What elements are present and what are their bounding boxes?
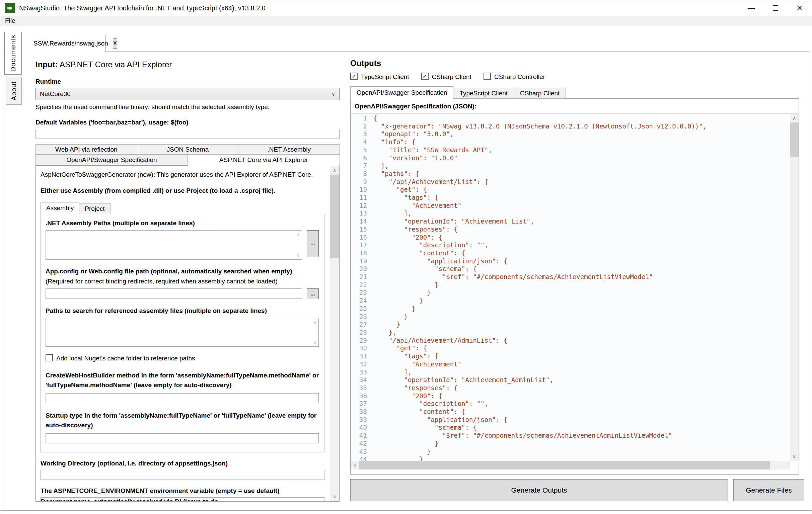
assembly-groupbox: .NET Assembly Paths (multiple on separat… bbox=[40, 214, 324, 452]
code-lines: { "x-generator": "NSwag v13.8.2.0 (NJson… bbox=[370, 114, 799, 461]
nuget-cache-checkbox[interactable]: ✓ Add local Nuget's cache folder to refe… bbox=[46, 354, 319, 362]
csharp-client-checkbox[interactable]: ✓ CSharp Client bbox=[421, 72, 471, 81]
assembly-paths-label: .NET Assembly Paths (multiple on separat… bbox=[46, 219, 319, 227]
title-bar: NSwagStudio: The Swagger API toolchain f… bbox=[0, 0, 812, 16]
scroll-up-icon[interactable]: ∧ bbox=[330, 166, 339, 175]
app-icon bbox=[5, 3, 15, 13]
tab-output-openapi-spec[interactable]: OpenAPI/Swagger Specification bbox=[350, 86, 454, 99]
output-tabs: OpenAPI/Swagger Specification TypeScript… bbox=[350, 86, 804, 99]
code-vertical-scrollbar[interactable]: ∧ ∨ bbox=[790, 114, 799, 461]
sidebar-tab-about[interactable]: About bbox=[6, 77, 22, 105]
tab-json-schema[interactable]: JSON Schema bbox=[137, 144, 239, 155]
outputs-section: Outputs ✓ TypeScript Client ✓ CSharp Cli… bbox=[350, 52, 804, 514]
sidebar-tab-documents[interactable]: Documents bbox=[4, 32, 22, 74]
scroll-down-icon[interactable]: ∨ bbox=[330, 492, 339, 501]
tab-net-assembly[interactable]: .NET Assembly bbox=[238, 144, 340, 155]
scroll-down-icon[interactable]: ∨ bbox=[790, 452, 799, 461]
scroll-right-icon[interactable]: › bbox=[351, 461, 359, 470]
tab-project[interactable]: Project bbox=[79, 203, 110, 214]
close-document-button[interactable]: X bbox=[113, 38, 117, 49]
chevron-down-icon: ∨ bbox=[331, 91, 335, 97]
scroll-down-icon[interactable]: ∨ bbox=[313, 340, 317, 345]
runtime-help-text: Specifies the used command line binary; … bbox=[35, 103, 340, 111]
reference-paths-textarea[interactable]: ∧ ∨ bbox=[46, 318, 319, 347]
appconfig-path-input[interactable] bbox=[46, 289, 302, 299]
maximize-icon[interactable] bbox=[763, 0, 788, 16]
checkbox-icon: ✓ bbox=[421, 72, 429, 80]
aspnetcore-environment-label: The ASPNETCORE_ENVIRONMENT environment v… bbox=[40, 487, 324, 494]
spec-json-label: OpenAPI/Swagger Specification (JSON): bbox=[351, 99, 799, 114]
scroll-down-icon[interactable]: ∨ bbox=[297, 253, 300, 258]
generator-description: AspNetCoreToSwaggerGenerator (new): This… bbox=[40, 171, 324, 178]
appconfig-label: App.config or Web.config file path (opti… bbox=[46, 268, 319, 275]
tab-output-csharp-client[interactable]: CSharp Client bbox=[514, 88, 566, 99]
generate-buttons-row: Generate Outputs Generate Files bbox=[350, 479, 804, 501]
scrollbar-thumb[interactable] bbox=[330, 175, 339, 258]
tab-aspnetcore-explorer[interactable]: ASP.NET Core via API Explorer bbox=[187, 154, 340, 165]
scrollbar-thumb[interactable] bbox=[790, 122, 799, 157]
createwebhostbuilder-input[interactable] bbox=[46, 393, 319, 403]
assembly-paths-textarea[interactable]: ∧ ∨ bbox=[46, 230, 302, 260]
content-area: Documents About SSW.Rewards/nswag.json X… bbox=[0, 26, 812, 514]
input-type-tabs: Web API via reflection JSON Schema .NET … bbox=[35, 144, 340, 165]
checkbox-icon: ✓ bbox=[350, 72, 358, 80]
scrollbar-thumb[interactable] bbox=[359, 461, 770, 470]
spec-output-panel: OpenAPI/Swagger Specification (JSON): 12… bbox=[350, 98, 799, 475]
default-variables-input[interactable] bbox=[35, 129, 340, 139]
tab-openapi-spec[interactable]: OpenAPI/Swagger Specification bbox=[35, 154, 188, 165]
checkbox-icon: ✓ bbox=[46, 354, 53, 361]
reference-paths-label: Paths to search for referenced assembly … bbox=[46, 307, 319, 314]
assembly-or-project-label: Either use Assembly (from compiled .dll)… bbox=[40, 186, 322, 195]
menu-bar: File bbox=[0, 16, 812, 26]
startup-type-input[interactable] bbox=[46, 433, 319, 444]
startup-type-label: Startup type in the form 'assemblyName:f… bbox=[46, 411, 319, 430]
scroll-up-icon[interactable]: ∧ bbox=[313, 320, 317, 325]
close-icon[interactable]: × bbox=[788, 0, 812, 16]
document-tab-label: SSW.Rewards/nswag.json bbox=[33, 40, 108, 47]
assembly-paths-browse-button[interactable]: ... bbox=[307, 230, 319, 257]
appconfig-browse-button[interactable]: ... bbox=[307, 289, 319, 299]
menu-file[interactable]: File bbox=[5, 17, 16, 24]
output-type-checkboxes: ✓ TypeScript Client ✓ CSharp Client ✓ CS… bbox=[350, 72, 804, 81]
document-tab[interactable]: SSW.Rewards/nswag.json X bbox=[28, 35, 106, 52]
generate-files-button[interactable]: Generate Files bbox=[733, 479, 804, 501]
clipped-document-label: Document name, automatically resolved vi… bbox=[41, 498, 218, 502]
code-editor[interactable]: 1234567891011121314151617181920212223242… bbox=[351, 114, 799, 461]
createwebhostbuilder-label: CreateWebHostBuilder method in the form … bbox=[46, 370, 319, 390]
window-controls: — × bbox=[740, 0, 812, 16]
runtime-label: Runtime bbox=[35, 78, 340, 85]
tab-output-typescript-client[interactable]: TypeScript Client bbox=[453, 88, 514, 99]
default-variables-label: Default Variables ('foo=bar,baz=bar'), u… bbox=[35, 119, 340, 126]
generator-scrollbar[interactable]: ∧ ∨ bbox=[330, 166, 339, 501]
app-window: NSwagStudio: The Swagger API toolchain f… bbox=[0, 0, 812, 514]
code-gutter: 1234567891011121314151617181920212223242… bbox=[351, 114, 370, 461]
document-panel: Input: ASP.NET Core via API Explorer Run… bbox=[28, 52, 809, 514]
typescript-client-checkbox[interactable]: ✓ TypeScript Client bbox=[350, 72, 409, 81]
csharp-controller-checkbox[interactable]: ✓ CSharp Controller bbox=[484, 72, 545, 81]
scroll-up-icon[interactable]: ∧ bbox=[297, 232, 300, 237]
runtime-dropdown[interactable]: NetCore30 ∨ bbox=[35, 88, 340, 100]
generator-settings-panel: AspNetCoreToSwaggerGenerator (new): This… bbox=[35, 165, 340, 502]
working-directory-label: Working Directory (optional, i.e. direct… bbox=[40, 460, 324, 467]
assembly-project-tabs: Assembly Project bbox=[40, 202, 324, 214]
tab-webapi-reflection[interactable]: Web API via reflection bbox=[35, 144, 137, 155]
outputs-title: Outputs bbox=[350, 59, 804, 68]
generate-outputs-button[interactable]: Generate Outputs bbox=[350, 479, 728, 501]
input-section: Input: ASP.NET Core via API Explorer Run… bbox=[35, 52, 340, 514]
tab-assembly[interactable]: Assembly bbox=[40, 202, 79, 214]
window-title: NSwagStudio: The Swagger API toolchain f… bbox=[19, 4, 265, 12]
appconfig-note: (Required for correct binding redirects,… bbox=[46, 278, 319, 285]
input-title: Input: ASP.NET Core via API Explorer bbox=[35, 60, 340, 69]
minimize-icon[interactable]: — bbox=[740, 0, 763, 16]
checkbox-icon: ✓ bbox=[484, 72, 491, 80]
working-directory-input[interactable] bbox=[40, 470, 324, 480]
scroll-up-icon[interactable]: ∧ bbox=[790, 114, 799, 122]
code-horizontal-scrollbar[interactable]: ‹ › bbox=[351, 461, 790, 470]
